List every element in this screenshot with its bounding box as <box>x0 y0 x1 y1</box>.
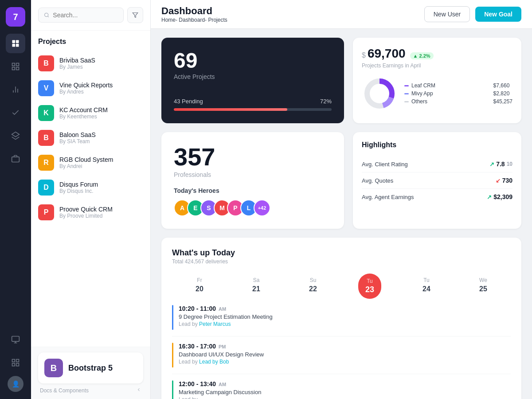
nav-icon-briefcase[interactable] <box>6 149 25 168</box>
highlight-value: ↗ $2,309 <box>487 193 512 200</box>
cal-day[interactable]: Sa 21 <box>247 274 266 299</box>
legend-dot <box>404 93 409 94</box>
cal-day[interactable]: Su 22 <box>304 274 322 299</box>
donut-chart <box>362 76 397 111</box>
highlight-val: $2,309 <box>493 193 512 200</box>
filter-button[interactable] <box>127 7 143 23</box>
cal-day-wrapper[interactable]: Tu 24 <box>399 274 454 299</box>
search-icon <box>44 12 49 18</box>
legend-item: Mivy App <box>404 90 435 97</box>
project-list: B Briviba SaaS By James V Vine Quick Rep… <box>31 49 150 347</box>
project-item[interactable]: K KC Account CRM By Keenthemes <box>31 101 150 125</box>
earnings-badge: ▲ 2.2% <box>410 52 434 59</box>
earnings-card: $ 69,700 ▲ 2.2% Projects Earnings in Apr… <box>353 38 521 123</box>
progress-fill <box>174 108 287 111</box>
project-item[interactable]: R RGB Cloud System By Andrei <box>31 150 150 175</box>
svg-point-20 <box>45 13 48 16</box>
svg-rect-2 <box>12 44 16 47</box>
event-lead-link[interactable]: Lead by Bob <box>199 359 229 365</box>
search-input[interactable] <box>53 12 118 19</box>
svg-rect-5 <box>16 63 19 66</box>
project-logo: D <box>38 180 54 196</box>
cal-day[interactable]: Tu 24 <box>417 274 436 299</box>
day-name: Sa <box>252 277 260 283</box>
day-name: Tu <box>422 277 430 283</box>
legend-dot <box>404 85 409 86</box>
project-info: Briviba SaaS By James <box>59 57 95 70</box>
event-ampm: PM <box>219 344 226 349</box>
cal-day-wrapper[interactable]: Fr 20 <box>172 274 227 299</box>
bootstrap-label: Bootstrap 5 <box>68 364 113 373</box>
project-by: By Andres <box>59 89 113 95</box>
svg-rect-19 <box>16 364 19 366</box>
day-number: 22 <box>309 285 317 293</box>
hero-avatars: AESMPL+42 <box>174 200 332 216</box>
pending-count: 43 Pending <box>174 98 203 105</box>
project-logo: P <box>38 204 54 220</box>
topbar-right: New User New Goal <box>424 6 521 22</box>
docs-row[interactable]: Docs & Components <box>38 383 143 394</box>
legend-amount: $45,257 <box>493 98 512 105</box>
nav-icon-projects[interactable] <box>6 34 25 53</box>
user-avatar[interactable]: 👤 <box>8 376 23 392</box>
sidebar: Projects B Briviba SaaS By James V Vine … <box>31 0 151 399</box>
legend-name: Leaf CRM <box>411 82 435 89</box>
hero-more-count: +42 <box>254 200 270 216</box>
nav-icon-layers[interactable] <box>6 126 25 145</box>
project-item[interactable]: V Vine Quick Reports By Andres <box>31 76 150 101</box>
highlight-val: 7.8 <box>496 160 505 168</box>
earnings-dollar: $ <box>362 51 366 59</box>
project-item[interactable]: D Disqus Forum By Disqus Inc. <box>31 175 150 200</box>
active-projects-card: 69 Active Projects 43 Pending 72% <box>161 38 344 123</box>
event-lead: Lead by Peter Marcus <box>179 321 511 327</box>
bootstrap-card[interactable]: B Bootstrap 5 <box>38 352 143 383</box>
event-content: 16:30 - 17:00 PM Dashboard UI/UX Design … <box>179 343 511 365</box>
svg-rect-13 <box>12 336 20 342</box>
nav-icon-chart[interactable] <box>6 80 25 99</box>
docs-count <box>136 387 141 394</box>
user-number-badge[interactable]: 7 <box>6 7 25 27</box>
svg-rect-6 <box>12 67 15 70</box>
project-info: KC Account CRM By Keenthemes <box>59 106 108 120</box>
bootstrap-icon: B <box>44 359 63 377</box>
cal-day[interactable]: Fr 20 <box>190 274 209 299</box>
active-projects-bottom: 43 Pending 72% <box>174 98 332 111</box>
event-lead-link[interactable]: Peter Marcus <box>199 321 231 327</box>
cal-day-wrapper[interactable]: Su 22 <box>286 274 340 299</box>
event-time: 12:00 - 13:40 AM <box>179 380 511 387</box>
event-content: 10:20 - 11:00 AM 9 Degree Project Estima… <box>179 305 511 327</box>
highlights-title: Highlights <box>362 141 512 149</box>
earnings-label: Projects Earnings in April <box>362 63 434 69</box>
nav-icon-monitor[interactable] <box>6 330 25 349</box>
professionals-label: Professionals <box>174 171 332 178</box>
project-item[interactable]: B Baloon SaaS By SIA Team <box>31 125 150 150</box>
nav-icon-check[interactable] <box>6 103 25 122</box>
search-box[interactable] <box>38 8 124 23</box>
cal-day-today[interactable]: Tu 23 <box>358 274 381 299</box>
svg-rect-18 <box>12 364 15 366</box>
cal-day-wrapper[interactable]: We 25 <box>456 274 511 299</box>
cal-day[interactable]: We 25 <box>474 274 493 299</box>
professionals-count: 357 <box>174 145 332 169</box>
event-bar <box>172 343 173 368</box>
new-user-button[interactable]: New User <box>424 6 470 22</box>
cal-day-wrapper[interactable]: Sa 21 <box>229 274 284 299</box>
highlight-row: Avg. Agent Earnings ↗ $2,309 <box>362 189 512 205</box>
project-name: KC Account CRM <box>59 106 108 113</box>
calendar-days: Fr 20 Sa 21 Su 22 Tu 23 Tu 24 We 25 <box>172 274 511 299</box>
nav-icon-grid2[interactable] <box>6 353 25 372</box>
cal-day-wrapper[interactable]: Tu 23 <box>342 274 397 299</box>
new-goal-button[interactable]: New Goal <box>475 7 521 22</box>
event-time: 16:30 - 17:00 PM <box>179 343 511 350</box>
event-item: 10:20 - 11:00 AM 9 Degree Project Estima… <box>172 299 511 336</box>
nav-icon-grid[interactable] <box>6 57 25 76</box>
day-number: 23 <box>365 285 374 294</box>
svg-rect-12 <box>12 157 20 162</box>
trend-arrow: ↗ <box>489 161 494 168</box>
svg-rect-0 <box>12 40 16 43</box>
project-by: By Proove Limited <box>59 213 113 219</box>
project-logo: V <box>38 80 54 96</box>
legend-dot <box>404 101 409 102</box>
project-item[interactable]: P Proove Quick CRM By Proove Limited <box>31 200 150 225</box>
project-item[interactable]: B Briviba SaaS By James <box>31 51 150 76</box>
